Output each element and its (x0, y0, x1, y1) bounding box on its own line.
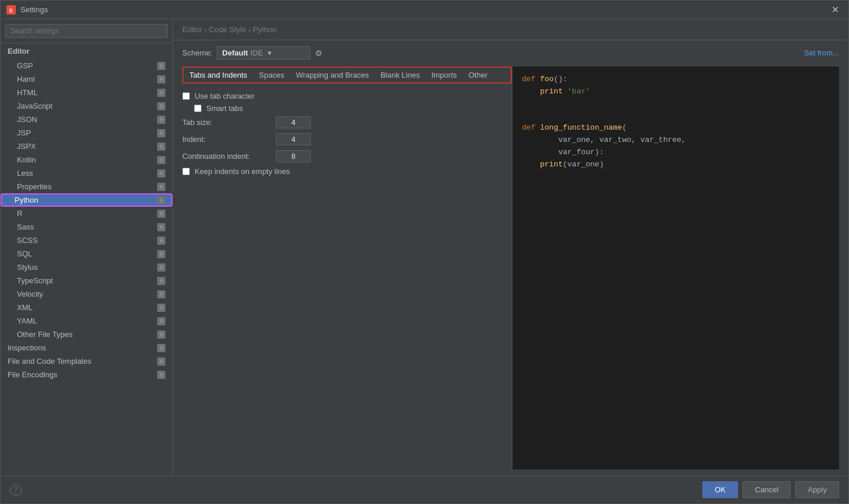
scheme-name: Default (222, 48, 248, 57)
sidebar-item-kotlin[interactable]: Kotlin ⎘ (1, 153, 172, 166)
scheme-select[interactable]: Default IDE ▾ (217, 46, 310, 60)
tab-size-row: Tab size: (182, 116, 512, 128)
sidebar-item-jsp[interactable]: JSP ⎘ (1, 126, 172, 140)
sidebar-item-gsp[interactable]: GSP ⎘ (1, 59, 172, 72)
scheme-row: Scheme: Default IDE ▾ ⚙ Set from... (182, 46, 839, 60)
copy-icon: ⎘ (157, 263, 165, 272)
tabs-row: Tabs and Indents Spaces Wrapping and Bra… (182, 67, 512, 84)
code-line-5: var_four): (522, 147, 830, 159)
ok-button[interactable]: OK (702, 481, 738, 498)
copy-icon: ⎘ (157, 317, 165, 325)
code-line-blank-1 (522, 98, 830, 110)
copy-icon: ⎘ (157, 196, 165, 204)
sidebar-item-file-code-templates[interactable]: File and Code Templates ⎘ (1, 354, 172, 368)
help-button[interactable]: ? (10, 484, 22, 496)
breadcrumb: Editor › Code Style › Python (173, 19, 848, 40)
use-tab-character-row: Use tab character (182, 92, 512, 100)
continuation-indent-label: Continuation indent: (182, 152, 276, 161)
right-panel: Editor › Code Style › Python Scheme: Def… (173, 19, 848, 475)
continuation-indent-input[interactable] (276, 150, 311, 162)
copy-icon: ⎘ (157, 277, 165, 285)
indent-row: Indent: (182, 133, 512, 145)
sidebar-item-javascript[interactable]: JavaScript ⎘ (1, 99, 172, 113)
tab-imports[interactable]: Imports (425, 68, 462, 82)
sidebar-list: Editor GSP ⎘ Haml ⎘ HTML ⎘ JavaScript ⎘ (1, 43, 172, 475)
sidebar-item-less[interactable]: Less ⎘ (1, 166, 172, 180)
tab-wrapping-and-braces[interactable]: Wrapping and Braces (290, 68, 375, 82)
sidebar-item-xml[interactable]: XML ⎘ (1, 301, 172, 314)
code-line-4: var_one, var_two, var_three, (522, 134, 830, 147)
sidebar-item-typescript[interactable]: TypeScript ⎘ (1, 274, 172, 287)
code-line-3: def long_function_name( (522, 122, 830, 134)
sidebar-item-json[interactable]: JSON ⎘ (1, 113, 172, 126)
sidebar-item-html[interactable]: HTML ⎘ (1, 86, 172, 99)
indent-label: Indent: (182, 135, 276, 144)
sidebar-item-haml[interactable]: Haml ⎘ (1, 72, 172, 86)
sidebar-item-file-encodings[interactable]: File Encodings ⎘ (1, 368, 172, 381)
sidebar-item-properties[interactable]: Properties ⎘ (1, 180, 172, 193)
copy-icon: ⎘ (157, 210, 165, 218)
search-input[interactable] (5, 24, 168, 38)
code-line-blank-2 (522, 110, 830, 122)
sidebar-item-velocity[interactable]: Velocity ⎘ (1, 287, 172, 301)
tab-blank-lines[interactable]: Blank Lines (375, 68, 425, 82)
tab-tabs-and-indents[interactable]: Tabs and Indents (183, 68, 253, 82)
copy-icon: ⎘ (157, 290, 165, 298)
copy-icon: ⎘ (157, 156, 165, 164)
app-icon: S (6, 5, 16, 15)
svg-text:S: S (9, 7, 13, 13)
scheme-type: IDE (250, 48, 263, 57)
window-title: Settings (20, 5, 828, 14)
main-content: Editor GSP ⎘ Haml ⎘ HTML ⎘ JavaScript ⎘ (1, 19, 848, 475)
copy-icon: ⎘ (157, 169, 165, 178)
use-tab-character-label: Use tab character (195, 92, 255, 100)
sidebar-item-jspx[interactable]: JSPX ⎘ (1, 140, 172, 153)
copy-icon: ⎘ (157, 116, 165, 124)
copy-icon: ⎘ (157, 344, 165, 352)
copy-icon: ⎘ (157, 62, 165, 70)
keep-indents-checkbox[interactable] (182, 168, 190, 175)
sidebar-item-r[interactable]: R ⎘ (1, 207, 172, 220)
smart-tabs-row: Smart tabs (194, 104, 512, 113)
copy-icon: ⎘ (157, 102, 165, 110)
copy-icon: ⎘ (157, 183, 165, 191)
apply-button[interactable]: Apply (795, 481, 839, 498)
copy-icon: ⎘ (157, 250, 165, 258)
tab-spaces[interactable]: Spaces (253, 68, 290, 82)
copy-icon: ⎘ (157, 331, 165, 339)
sidebar-item-sass[interactable]: Sass ⎘ (1, 220, 172, 234)
settings-area: Scheme: Default IDE ▾ ⚙ Set from... Tabs… (173, 40, 848, 475)
sidebar-item-other-file-types[interactable]: Other File Types ⎘ (1, 328, 172, 341)
continuation-indent-row: Continuation indent: (182, 150, 512, 162)
tab-size-input[interactable] (276, 116, 311, 128)
title-bar: S Settings ✕ (1, 1, 848, 19)
copy-icon: ⎘ (157, 223, 165, 231)
code-line-1: def foo(): (522, 74, 830, 86)
tabs-panel: Tabs and Indents Spaces Wrapping and Bra… (182, 67, 512, 470)
tab-size-label: Tab size: (182, 118, 276, 127)
scheme-label: Scheme: (182, 48, 212, 57)
code-line-2: print 'bar' (522, 86, 830, 98)
sidebar-item-sql[interactable]: SQL ⎘ (1, 247, 172, 260)
copy-icon: ⎘ (157, 304, 165, 312)
sidebar-item-inspections[interactable]: Inspections ⎘ (1, 341, 172, 354)
close-button[interactable]: ✕ (828, 3, 843, 16)
gear-icon[interactable]: ⚙ (315, 48, 323, 58)
copy-icon: ⎘ (157, 142, 165, 151)
sidebar-item-scss[interactable]: SCSS ⎘ (1, 234, 172, 247)
set-from-button[interactable]: Set from... (804, 48, 839, 57)
cancel-button[interactable]: Cancel (743, 481, 791, 498)
tab-other[interactable]: Other (463, 68, 494, 82)
use-tab-character-checkbox[interactable] (182, 92, 190, 100)
indent-input[interactable] (276, 133, 311, 145)
smart-tabs-checkbox[interactable] (194, 105, 202, 112)
copy-icon: ⎘ (157, 75, 165, 84)
copy-icon: ⎘ (157, 129, 165, 137)
sidebar-item-stylus[interactable]: Stylus ⎘ (1, 260, 172, 274)
keep-indents-label: Keep indents on empty lines (195, 167, 290, 176)
sidebar-item-yaml[interactable]: YAML ⎘ (1, 314, 172, 328)
sidebar-item-python[interactable]: Python ⎘ (1, 193, 172, 207)
smart-tabs-label: Smart tabs (206, 104, 243, 113)
sidebar: Editor GSP ⎘ Haml ⎘ HTML ⎘ JavaScript ⎘ (1, 19, 173, 475)
settings-window: S Settings ✕ Editor GSP ⎘ Haml ⎘ (0, 0, 849, 504)
